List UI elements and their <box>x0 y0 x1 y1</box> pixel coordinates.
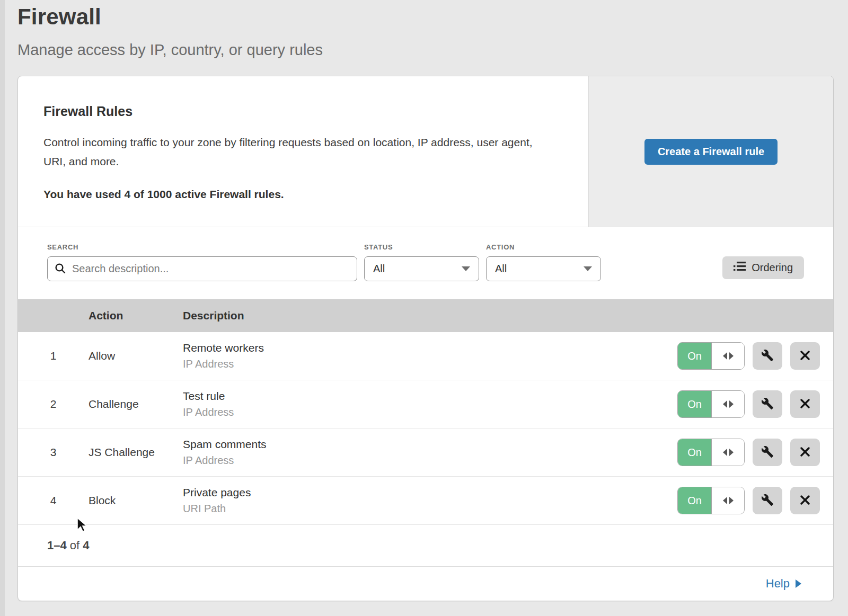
toggle-arrows-icon <box>729 352 734 360</box>
table-header: Action Description <box>18 299 833 332</box>
rule-description-cell: Remote workers IP Address <box>183 342 677 370</box>
status-filter-group: STATUS All <box>364 243 479 281</box>
pagination-total: 4 <box>83 539 89 552</box>
rule-description: Private pages <box>183 486 677 499</box>
close-icon <box>799 398 811 411</box>
rules-section-description: Control incoming traffic to your zone by… <box>43 133 552 171</box>
rule-action: Allow <box>89 350 183 362</box>
help-arrow-icon <box>796 579 801 588</box>
rule-enabled-toggle[interactable]: On <box>677 342 745 370</box>
rule-match-type: IP Address <box>183 454 677 467</box>
search-group: SEARCH <box>47 243 357 281</box>
action-filter-group: ACTION All <box>486 243 601 281</box>
edit-rule-button[interactable] <box>753 487 782 514</box>
toggle-arrows-icon <box>729 449 734 456</box>
action-selected-value: All <box>495 263 507 275</box>
rule-controls: On <box>677 342 833 370</box>
rule-description-cell: Test rule IP Address <box>183 390 677 418</box>
toggle-on-label: On <box>678 391 711 417</box>
rule-description: Remote workers <box>183 342 677 354</box>
close-icon <box>799 446 811 459</box>
rule-description: Spam comments <box>183 438 677 451</box>
action-column-header: Action <box>89 309 183 322</box>
rules-intro-text: Firewall Rules Control incoming traffic … <box>18 76 588 227</box>
toggle-arrows-icon <box>723 352 727 360</box>
help-link[interactable]: Help <box>766 577 801 591</box>
toggle-on-label: On <box>678 439 711 466</box>
rule-priority: 3 <box>18 446 89 459</box>
status-select[interactable]: All <box>364 256 479 281</box>
toggle-handle[interactable] <box>711 487 744 514</box>
delete-rule-button[interactable] <box>790 342 820 370</box>
wrench-icon <box>761 494 774 508</box>
rules-usage-text: You have used 4 of 1000 active Firewall … <box>43 188 563 201</box>
rule-description: Test rule <box>183 390 677 403</box>
edit-rule-button[interactable] <box>753 342 782 370</box>
rule-match-type: URI Path <box>183 503 677 515</box>
close-icon <box>799 494 811 507</box>
firewall-rules-card: Firewall Rules Control incoming traffic … <box>17 76 834 601</box>
toggle-arrows-icon <box>723 400 727 408</box>
delete-rule-button[interactable] <box>790 439 820 466</box>
rule-enabled-toggle[interactable]: On <box>677 439 745 466</box>
table-row: 4 Block Private pages URI Path On <box>18 477 833 525</box>
wrench-icon <box>761 445 774 460</box>
table-row: 2 Challenge Test rule IP Address On <box>18 380 833 428</box>
rule-description-cell: Spam comments IP Address <box>183 438 677 467</box>
rule-priority: 4 <box>18 494 89 507</box>
page-subtitle: Manage access by IP, country, or query r… <box>17 41 848 59</box>
page-title: Firewall <box>17 4 848 30</box>
page-left-edge <box>0 0 5 616</box>
rule-action: Block <box>89 494 183 507</box>
description-column-header: Description <box>183 309 677 322</box>
toggle-handle[interactable] <box>711 343 744 369</box>
ordering-button-label: Ordering <box>752 262 793 274</box>
delete-rule-button[interactable] <box>790 487 820 514</box>
rule-controls: On <box>677 439 833 466</box>
page-header: Firewall Manage access by IP, country, o… <box>0 0 848 59</box>
action-label: ACTION <box>486 243 601 251</box>
rule-priority: 1 <box>18 350 89 362</box>
status-label: STATUS <box>364 243 479 251</box>
toggle-on-label: On <box>678 487 711 514</box>
toggle-arrows-icon <box>729 400 734 408</box>
rule-priority: 2 <box>18 398 89 410</box>
create-firewall-rule-button[interactable]: Create a Firewall rule <box>644 139 778 165</box>
search-input[interactable] <box>47 256 357 281</box>
wrench-icon <box>761 397 774 412</box>
search-box <box>47 256 357 281</box>
toggle-arrows-icon <box>723 497 727 504</box>
rule-controls: On <box>677 487 833 514</box>
ordered-list-icon <box>734 262 746 274</box>
help-link-label: Help <box>766 577 790 591</box>
action-select[interactable]: All <box>486 256 601 281</box>
ordering-button[interactable]: Ordering <box>722 256 804 279</box>
toggle-arrows-icon <box>729 497 734 504</box>
edit-rule-button[interactable] <box>753 390 782 418</box>
pagination-range: 1–4 <box>47 539 67 552</box>
rule-match-type: IP Address <box>183 358 677 370</box>
pagination: 1–4 of 4 <box>18 525 833 567</box>
edit-rule-button[interactable] <box>753 439 782 466</box>
delete-rule-button[interactable] <box>790 390 820 418</box>
rule-action: JS Challenge <box>89 446 183 459</box>
search-icon <box>54 262 67 275</box>
status-selected-value: All <box>373 263 385 275</box>
rule-description-cell: Private pages URI Path <box>183 486 677 515</box>
rule-action: Challenge <box>89 398 183 410</box>
table-row: 1 Allow Remote workers IP Address On <box>18 332 833 380</box>
toggle-handle[interactable] <box>711 439 744 466</box>
table-row: 3 JS Challenge Spam comments IP Address … <box>18 428 833 477</box>
rule-match-type: IP Address <box>183 406 677 418</box>
rule-enabled-toggle[interactable]: On <box>677 390 745 418</box>
toggle-handle[interactable] <box>711 391 744 417</box>
rule-controls: On <box>677 390 833 418</box>
toggle-arrows-icon <box>723 449 727 456</box>
search-label: SEARCH <box>47 243 357 251</box>
rule-enabled-toggle[interactable]: On <box>677 487 745 514</box>
toggle-on-label: On <box>678 343 711 369</box>
create-rule-panel: Create a Firewall rule <box>588 76 833 227</box>
rules-intro-section: Firewall Rules Control incoming traffic … <box>18 76 833 227</box>
pagination-of: of <box>70 539 80 552</box>
filter-bar: SEARCH STATUS All ACTION All <box>18 227 833 299</box>
